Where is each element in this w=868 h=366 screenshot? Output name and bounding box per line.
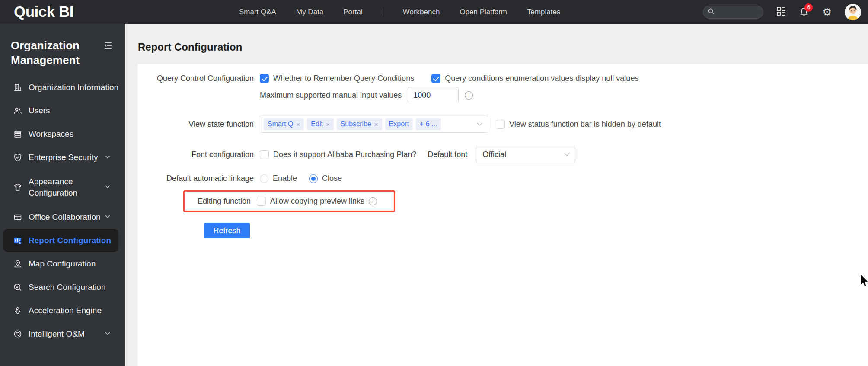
topbar-actions: 6 ⚙: [703, 0, 861, 24]
editing-function-label: Editing function: [196, 197, 251, 206]
nav-templates[interactable]: Templates: [527, 8, 560, 16]
users-icon: [13, 106, 22, 116]
card-icon: [13, 213, 22, 222]
nav-divider: [383, 8, 383, 16]
sidebar-item-label: Report Configuration: [29, 235, 111, 246]
tag-edit[interactable]: Edit×: [307, 118, 333, 130]
allow-copy-preview-checkbox[interactable]: [257, 197, 266, 206]
mouse-cursor: [860, 274, 868, 289]
main-content: Report Configuration Query Control Confi…: [125, 24, 868, 366]
search-doc-icon: [13, 283, 22, 292]
tshirt-icon: [13, 183, 22, 192]
sidebar: Organization Management Organization Inf…: [0, 24, 125, 366]
enable-radio[interactable]: [260, 174, 268, 183]
chevron-down-icon: [105, 332, 110, 335]
menu-fold-icon[interactable]: [103, 40, 114, 51]
sidebar-item-search-configuration[interactable]: Search Configuration: [0, 276, 125, 299]
sidebar-item-label: Users: [29, 105, 50, 116]
report-icon: [13, 236, 22, 245]
quick-bi-logo[interactable]: Quick BI: [14, 3, 73, 20]
sidebar-item-workspaces[interactable]: Workspaces: [0, 122, 125, 146]
query-control-label: Query Control Configuration: [147, 74, 254, 83]
editing-function-highlight-box: Editing function Allow copying preview l…: [183, 190, 395, 212]
close-label[interactable]: Close: [322, 174, 342, 183]
chevron-down-icon: [105, 215, 110, 218]
max-input-field[interactable]: [408, 87, 459, 103]
settings-gear-icon[interactable]: ⚙: [822, 7, 832, 17]
page-title: Report Configuration: [138, 41, 242, 53]
shield-check-icon: [13, 153, 22, 162]
allow-copy-preview-label[interactable]: Allow copying preview links: [270, 197, 364, 206]
null-values-label[interactable]: Query conditions enumeration values disp…: [445, 74, 638, 83]
sidebar-item-label: Organization Information: [29, 82, 118, 93]
sidebar-item-appearance-configuration[interactable]: Appearance Configuration: [0, 169, 125, 205]
nav-workbench[interactable]: Workbench: [403, 8, 440, 16]
remember-query-checkbox[interactable]: [260, 74, 269, 83]
null-values-checkbox[interactable]: [431, 74, 440, 83]
sidebar-item-label: Acceleration Engine: [29, 305, 102, 316]
default-font-value: Official: [482, 150, 506, 159]
remove-tag-icon[interactable]: ×: [297, 121, 300, 128]
search-input[interactable]: [703, 6, 763, 19]
sidebar-item-users[interactable]: Users: [0, 99, 125, 122]
building-icon: [13, 83, 22, 92]
auto-linkage-label: Default automatic linkage: [147, 174, 254, 183]
chevron-down-icon: [564, 153, 570, 157]
remove-tag-icon[interactable]: ×: [374, 121, 378, 128]
sidebar-item-map-configuration[interactable]: Map Configuration: [0, 252, 125, 276]
tag-smart-q[interactable]: Smart Q×: [264, 118, 304, 130]
remove-tag-icon[interactable]: ×: [326, 121, 330, 128]
sidebar-item-label: Intelligent O&M: [29, 328, 85, 340]
query-control-row: Query Control Configuration Whether to R…: [147, 74, 868, 83]
sidebar-item-intelligent-om[interactable]: Intelligent O&M: [0, 322, 125, 346]
tag-export[interactable]: Export: [385, 118, 413, 130]
sidebar-item-label: Enterprise Security: [29, 152, 98, 163]
tag-subscribe[interactable]: Subscribe×: [337, 118, 382, 130]
view-state-label: View state function: [147, 120, 254, 129]
refresh-button[interactable]: Refresh: [204, 223, 250, 238]
remember-query-label[interactable]: Whether to Remember Query Conditions: [273, 74, 414, 83]
alibaba-plan-label[interactable]: Does it support Alibaba Purchasing Plan?: [273, 150, 416, 159]
nav-open-platform[interactable]: Open Platform: [460, 8, 507, 16]
sidebar-menu: Organization Information Users Workspace…: [0, 76, 125, 346]
layers-icon: [13, 130, 22, 139]
default-font-select[interactable]: Official: [476, 146, 575, 163]
info-icon[interactable]: i: [465, 91, 473, 100]
nav-smart-qa[interactable]: Smart Q&A: [239, 8, 276, 16]
sidebar-item-label: Office Collaboration: [29, 212, 101, 223]
info-icon[interactable]: i: [369, 197, 377, 205]
hidden-by-default-checkbox[interactable]: [496, 120, 505, 129]
nav-my-data[interactable]: My Data: [296, 8, 323, 16]
max-input-row: Maximum supported manual input values i: [147, 87, 868, 103]
max-input-label: Maximum supported manual input values: [260, 91, 402, 100]
sidebar-item-label: Workspaces: [29, 128, 73, 140]
sidebar-item-organization-information[interactable]: Organization Information: [0, 76, 125, 99]
search-icon: [708, 8, 715, 16]
sidebar-item-enterprise-security[interactable]: Enterprise Security: [0, 146, 125, 169]
sidebar-title: Organization Management: [11, 38, 93, 67]
hidden-by-default-label[interactable]: View status function bar is hidden by de…: [509, 120, 661, 129]
sidebar-item-acceleration-engine[interactable]: Acceleration Engine: [0, 299, 125, 322]
sidebar-item-office-collaboration[interactable]: Office Collaboration: [0, 205, 125, 229]
alibaba-plan-checkbox[interactable]: [260, 150, 269, 159]
top-navigation: Smart Q&A My Data Portal Workbench Open …: [239, 0, 560, 24]
gauge-icon: [13, 330, 22, 339]
auto-linkage-row: Default automatic linkage Enable Close: [147, 174, 868, 183]
notifications-bell-icon[interactable]: 6: [799, 7, 809, 17]
enable-label[interactable]: Enable: [273, 174, 297, 183]
view-state-tag-select[interactable]: Smart Q× Edit× Subscribe× Export + 6 ...: [260, 116, 488, 133]
close-radio[interactable]: [309, 174, 318, 183]
sidebar-item-label: Appearance Configuration: [29, 176, 93, 199]
apps-grid-icon[interactable]: [776, 6, 786, 18]
tag-more[interactable]: + 6 ...: [416, 118, 441, 130]
rocket-icon: [13, 306, 22, 315]
sidebar-item-label: Map Configuration: [29, 258, 96, 270]
view-state-row: View state function Smart Q× Edit× Subsc…: [147, 116, 868, 133]
topbar: Quick BI Smart Q&A My Data Portal Workbe…: [0, 0, 868, 24]
user-avatar[interactable]: [845, 4, 861, 20]
map-pin-icon: [13, 260, 22, 269]
settings-card: Query Control Configuration Whether to R…: [138, 64, 868, 366]
chevron-down-icon: [105, 185, 110, 189]
sidebar-item-report-configuration[interactable]: Report Configuration: [3, 229, 118, 252]
nav-portal[interactable]: Portal: [343, 8, 362, 16]
